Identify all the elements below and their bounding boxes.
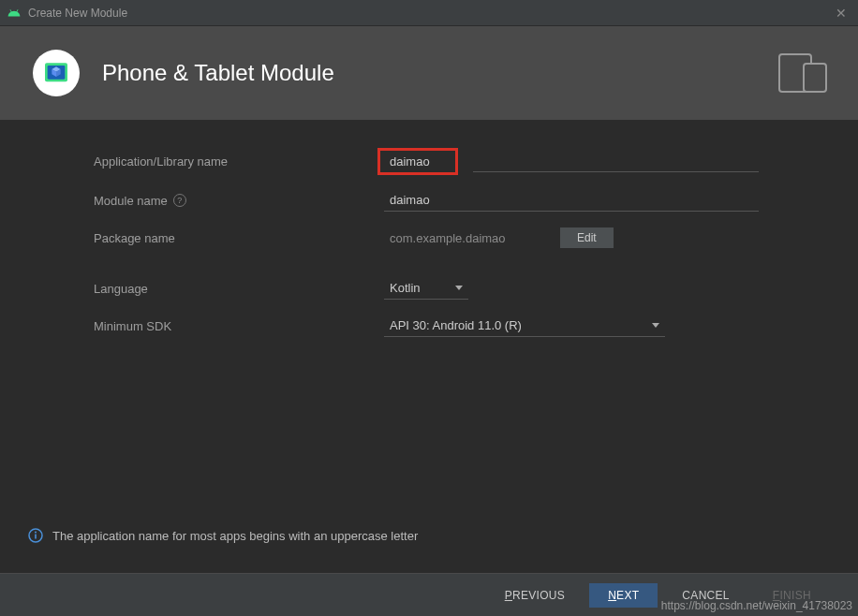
cancel-button[interactable]: CANCEL	[663, 583, 747, 608]
label-module-name-text: Module name	[94, 194, 168, 208]
highlight-annotation	[377, 148, 458, 175]
label-language: Language	[94, 282, 384, 296]
window-title: Create New Module	[28, 7, 127, 20]
chevron-down-icon	[652, 323, 659, 328]
label-module-name: Module name ?	[94, 194, 384, 208]
row-package-name: Package name Edit	[94, 226, 811, 250]
android-icon	[7, 7, 21, 20]
module-name-input-wrap	[384, 189, 759, 212]
row-min-sdk: Minimum SDK API 30: Android 11.0 (R)	[94, 314, 811, 338]
titlebar: Create New Module ✕	[0, 0, 858, 26]
package-name-input	[384, 227, 553, 249]
language-select[interactable]: Kotlin	[384, 277, 468, 300]
edit-button[interactable]: Edit	[560, 227, 614, 248]
min-sdk-select-wrap: API 30: Android 11.0 (R)	[384, 315, 759, 337]
finish-button: FINISH	[754, 583, 830, 608]
info-bar: The application name for most apps begin…	[28, 528, 830, 543]
row-language: Language Kotlin	[94, 276, 811, 301]
info-icon	[28, 528, 43, 543]
app-name-input[interactable]	[384, 151, 451, 172]
page-title: Phone & Tablet Module	[102, 60, 777, 86]
svg-point-9	[35, 532, 37, 534]
label-min-sdk: Minimum SDK	[94, 319, 384, 333]
app-name-input-wrap	[384, 148, 759, 175]
dialog-header: Phone & Tablet Module	[0, 26, 858, 120]
language-select-wrap: Kotlin	[384, 277, 759, 300]
row-module-name: Module name ?	[94, 188, 811, 213]
min-sdk-value: API 30: Android 11.0 (R)	[390, 318, 643, 332]
form-area: Application/Library name Module name ? P…	[0, 120, 858, 338]
chevron-down-icon	[455, 286, 463, 290]
svg-rect-8	[35, 535, 37, 539]
info-message: The application name for most apps begin…	[52, 529, 418, 543]
package-name-wrap: Edit	[384, 227, 759, 249]
module-type-icon	[33, 50, 80, 96]
svg-rect-6	[804, 64, 826, 92]
label-package-name: Package name	[94, 231, 384, 245]
phone-tablet-icon	[777, 52, 830, 94]
next-button[interactable]: NEXT	[589, 583, 658, 608]
min-sdk-select[interactable]: API 30: Android 11.0 (R)	[384, 315, 665, 337]
previous-button[interactable]: PREVIOUS	[486, 583, 584, 608]
module-name-input[interactable]	[384, 189, 759, 212]
label-app-name: Application/Library name	[94, 154, 384, 169]
dialog-footer: PREVIOUS NEXT CANCEL FINISH	[0, 573, 858, 616]
language-value: Kotlin	[390, 281, 446, 295]
help-icon[interactable]: ?	[173, 194, 186, 207]
row-app-name: Application/Library name	[94, 148, 811, 175]
input-underline	[473, 171, 759, 172]
close-icon[interactable]: ✕	[832, 6, 851, 21]
